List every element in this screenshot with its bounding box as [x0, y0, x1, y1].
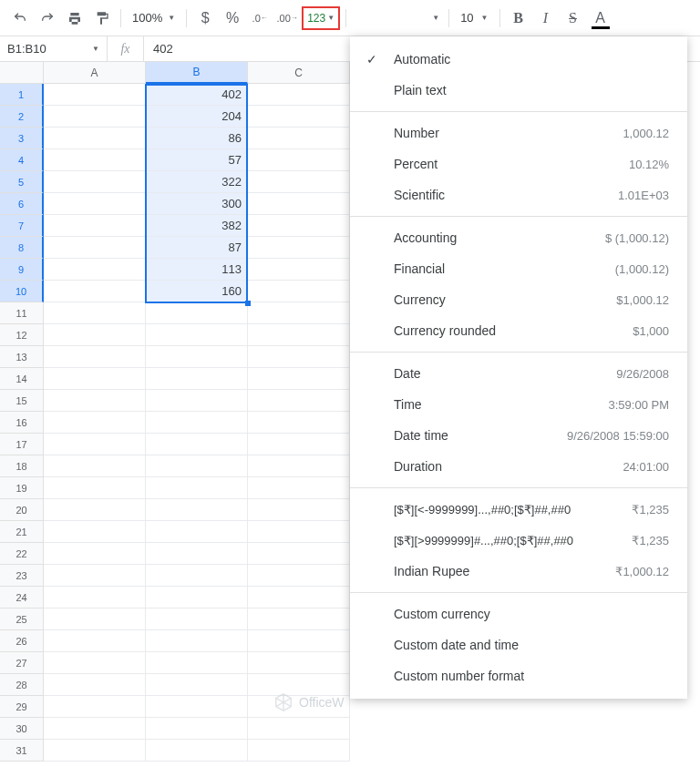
cell-A28[interactable] — [44, 674, 146, 696]
bold-button[interactable]: B — [506, 5, 531, 31]
menu-custom-number[interactable]: Custom number format — [350, 660, 687, 691]
cell-B14[interactable] — [146, 368, 248, 390]
cell-B13[interactable] — [146, 346, 248, 368]
menu-percent[interactable]: Percent10.12% — [350, 148, 687, 179]
menu-duration[interactable]: Duration24:01:00 — [350, 451, 687, 482]
more-formats-button[interactable]: 123▼ — [302, 6, 340, 30]
row-header-30[interactable]: 30 — [0, 718, 44, 740]
cell-B2[interactable]: 204 — [146, 106, 248, 128]
cell-A21[interactable] — [44, 521, 146, 543]
row-header-3[interactable]: 3 — [0, 128, 44, 149]
cell-A24[interactable] — [44, 587, 146, 608]
currency-button[interactable]: $ — [192, 5, 218, 31]
cell-B26[interactable] — [146, 630, 248, 652]
cell-A13[interactable] — [44, 346, 146, 368]
row-header-14[interactable]: 14 — [0, 368, 44, 390]
cell-A15[interactable] — [44, 390, 146, 412]
cell-B25[interactable] — [146, 608, 248, 630]
cell-A10[interactable] — [44, 281, 146, 302]
undo-button[interactable] — [7, 5, 33, 31]
cell-C21[interactable] — [248, 521, 350, 543]
select-all-corner[interactable] — [0, 62, 44, 84]
cell-A26[interactable] — [44, 630, 146, 652]
cell-C4[interactable] — [248, 149, 350, 171]
zoom-dropdown[interactable]: 100%▼ — [127, 11, 180, 25]
cell-C16[interactable] — [248, 412, 350, 434]
cell-A2[interactable] — [44, 106, 146, 128]
menu-currency-rounded[interactable]: Currency rounded$1,000 — [350, 315, 687, 346]
row-header-23[interactable]: 23 — [0, 565, 44, 587]
cell-C25[interactable] — [248, 608, 350, 630]
cell-C13[interactable] — [248, 346, 350, 368]
column-header-C[interactable]: C — [248, 62, 350, 84]
cell-B23[interactable] — [146, 565, 248, 587]
menu-currency[interactable]: Currency$1,000.12 — [350, 284, 687, 315]
cell-C15[interactable] — [248, 390, 350, 412]
cell-C31[interactable] — [248, 740, 350, 762]
cell-A19[interactable] — [44, 477, 146, 499]
menu-time[interactable]: Time3:59:00 PM — [350, 389, 687, 420]
selection-handle[interactable] — [245, 301, 251, 306]
cell-C30[interactable] — [248, 718, 350, 740]
menu-plaintext[interactable]: Plain text — [350, 75, 687, 106]
menu-date[interactable]: Date9/26/2008 — [350, 358, 687, 389]
row-header-29[interactable]: 29 — [0, 696, 44, 718]
column-header-B[interactable]: B — [146, 62, 248, 84]
print-button[interactable] — [62, 5, 88, 31]
cell-C28[interactable] — [248, 674, 350, 696]
menu-custom-datetime[interactable]: Custom date and time — [350, 629, 687, 660]
row-header-16[interactable]: 16 — [0, 412, 44, 434]
cell-A5[interactable] — [44, 171, 146, 193]
cell-A9[interactable] — [44, 259, 146, 281]
cell-C2[interactable] — [248, 106, 350, 128]
cell-A18[interactable] — [44, 455, 146, 477]
cell-A25[interactable] — [44, 608, 146, 630]
cell-C17[interactable] — [248, 434, 350, 455]
row-header-24[interactable]: 24 — [0, 587, 44, 608]
cell-C19[interactable] — [248, 477, 350, 499]
cell-A20[interactable] — [44, 499, 146, 521]
cell-B22[interactable] — [146, 543, 248, 565]
cell-B18[interactable] — [146, 455, 248, 477]
row-header-26[interactable]: 26 — [0, 630, 44, 652]
increase-decimal-button[interactable]: .00→ — [274, 5, 300, 31]
cell-C22[interactable] — [248, 543, 350, 565]
cell-C6[interactable] — [248, 193, 350, 215]
menu-custom-pattern-2[interactable]: [$₹][>9999999]#...,##0;[$₹]##,##0₹1,235 — [350, 525, 687, 556]
column-header-A[interactable]: A — [44, 62, 146, 84]
cell-B27[interactable] — [146, 652, 248, 674]
cell-A7[interactable] — [44, 215, 146, 237]
cell-C11[interactable] — [248, 302, 350, 324]
cell-A22[interactable] — [44, 543, 146, 565]
cell-C29[interactable] — [248, 696, 350, 718]
cell-C3[interactable] — [248, 128, 350, 149]
cell-A6[interactable] — [44, 193, 146, 215]
cell-A3[interactable] — [44, 128, 146, 149]
row-header-21[interactable]: 21 — [0, 521, 44, 543]
cell-B9[interactable]: 113 — [146, 259, 248, 281]
cell-B4[interactable]: 57 — [146, 149, 248, 171]
cell-C5[interactable] — [248, 171, 350, 193]
cell-C14[interactable] — [248, 368, 350, 390]
cell-A14[interactable] — [44, 368, 146, 390]
menu-datetime[interactable]: Date time9/26/2008 15:59:00 — [350, 420, 687, 451]
row-header-4[interactable]: 4 — [0, 149, 44, 171]
cell-B20[interactable] — [146, 499, 248, 521]
cell-C1[interactable] — [248, 84, 350, 106]
row-header-5[interactable]: 5 — [0, 171, 44, 193]
cell-C18[interactable] — [248, 455, 350, 477]
italic-button[interactable]: I — [533, 5, 559, 31]
cell-B24[interactable] — [146, 587, 248, 608]
cell-A29[interactable] — [44, 696, 146, 718]
cell-B10[interactable]: 160 — [146, 281, 248, 302]
row-header-20[interactable]: 20 — [0, 499, 44, 521]
cell-A4[interactable] — [44, 149, 146, 171]
cell-C9[interactable] — [248, 259, 350, 281]
cell-B28[interactable] — [146, 674, 248, 696]
row-header-22[interactable]: 22 — [0, 543, 44, 565]
cell-B6[interactable]: 300 — [146, 193, 248, 215]
menu-number[interactable]: Number1,000.12 — [350, 118, 687, 148]
cell-C12[interactable] — [248, 324, 350, 346]
cell-B29[interactable] — [146, 696, 248, 718]
cell-C24[interactable] — [248, 587, 350, 608]
